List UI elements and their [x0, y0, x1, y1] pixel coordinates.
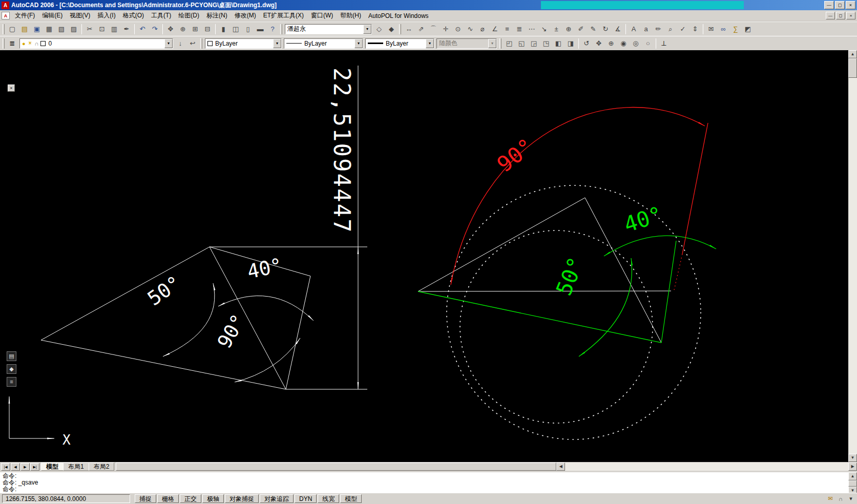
tab-scroll-prev[interactable]: ◀ — [11, 463, 20, 471]
zoom-previous-icon[interactable]: ⊟ — [201, 24, 214, 35]
menu-format[interactable]: 格式(O) — [119, 10, 148, 22]
plot-icon[interactable]: ▦ — [43, 24, 55, 35]
etransmit-icon[interactable]: ✉ — [705, 24, 717, 35]
qnew-icon[interactable]: ▢ — [6, 24, 18, 35]
layer-previous-icon[interactable]: ↩ — [186, 38, 199, 49]
find-replace-icon[interactable]: ⌕ — [664, 24, 677, 35]
color-combo-dropdown-button[interactable]: ▾ — [273, 39, 281, 48]
tab-scroll-first[interactable]: |◀ — [1, 463, 10, 471]
dim-jogged-icon[interactable]: ∿ — [464, 24, 476, 35]
dimension-update-icon[interactable]: ↻ — [599, 24, 612, 35]
dimension-edit-icon[interactable]: ✐ — [575, 24, 587, 35]
mdi-restore-button[interactable]: ◻ — [836, 12, 845, 19]
window-close-button[interactable]: × — [846, 1, 855, 9]
render-icon[interactable]: ◩ — [742, 24, 754, 35]
status-lwt[interactable]: 线宽 — [318, 494, 339, 503]
horizontal-scrollbar[interactable]: ◀ ▶ — [116, 463, 857, 471]
paste-icon[interactable]: ▥ — [108, 24, 120, 35]
menu-tools[interactable]: 工具(T) — [148, 10, 175, 22]
scroll-up-button[interactable]: ▲ — [848, 50, 857, 58]
mdi-close-button[interactable]: × — [846, 12, 855, 19]
publish-icon[interactable]: ▨ — [68, 24, 80, 35]
toolbar-grip[interactable] — [3, 24, 5, 34]
float-tool-icon-1[interactable]: ▤ — [7, 351, 16, 361]
toolbar-grip[interactable] — [3, 38, 5, 49]
spell-check-icon[interactable]: ✓ — [677, 24, 689, 35]
dim-ordinate-icon[interactable]: ✛ — [440, 24, 452, 35]
float-tool-icon-3[interactable]: ≡ — [7, 377, 16, 387]
center-mark-icon[interactable]: ⊕ — [562, 24, 575, 35]
scroll-right-button[interactable]: ▶ — [848, 463, 857, 471]
view-back-icon[interactable]: ◨ — [565, 38, 577, 49]
view-left-icon[interactable]: ◲ — [528, 38, 540, 49]
tool-palettes-icon[interactable]: ▯ — [242, 24, 254, 35]
dimension-style-icon[interactable]: ∡ — [612, 24, 624, 35]
menu-draw[interactable]: 绘图(D) — [175, 10, 203, 22]
dim-continue-icon[interactable]: ⋯ — [526, 24, 538, 35]
view-right-icon[interactable]: ◳ — [540, 38, 552, 49]
layer-combo-dropdown-button[interactable]: ▾ — [164, 39, 173, 48]
window-minimize-button[interactable]: — — [824, 1, 834, 9]
color-combo[interactable]: ByLayer ▾ — [205, 38, 282, 49]
float-toolbar-close-button[interactable]: × — [8, 85, 15, 92]
shade-icon[interactable]: ◉ — [617, 38, 630, 49]
status-model[interactable]: 模型 — [340, 494, 362, 503]
status-snap[interactable]: 捕捉 — [135, 494, 156, 503]
dim-linear-icon[interactable]: ↔ — [403, 24, 415, 35]
menu-autopol[interactable]: AutoPOL for Windows — [365, 11, 432, 21]
single-line-text-icon[interactable]: a — [640, 24, 652, 35]
status-ortho[interactable]: 正交 — [180, 494, 201, 503]
style-combo-dropdown-button[interactable]: ▾ — [363, 25, 371, 34]
open-icon[interactable]: ▤ — [18, 24, 31, 35]
dim-aligned-icon[interactable]: ⇗ — [415, 24, 427, 35]
cut-icon[interactable]: ✂ — [83, 24, 96, 35]
plotstyle-combo-dropdown-button[interactable]: ▾ — [488, 39, 496, 48]
layer-properties-manager-icon[interactable]: ≣ — [6, 38, 18, 49]
command-scrollbar[interactable]: ▲ ▼ — [848, 472, 857, 493]
scroll-down-button[interactable]: ▼ — [848, 454, 857, 462]
plot-preview-icon[interactable]: ▧ — [55, 24, 68, 35]
command-window[interactable]: 命令:命令: _qsave命令: ▲ ▼ — [0, 471, 857, 493]
layer-freeze-sun-icon[interactable]: ☀ — [28, 40, 33, 47]
sheetset-manager-icon[interactable]: ▬ — [254, 24, 266, 35]
dim-baseline-icon[interactable]: ≣ — [513, 24, 526, 35]
menu-modify[interactable]: 修改(M) — [231, 10, 260, 22]
layer-on-bulb-icon[interactable]: ● — [22, 40, 26, 47]
view-bottom-icon[interactable]: ◱ — [515, 38, 528, 49]
quickcalc-icon[interactable]: ∑ — [729, 24, 742, 35]
status-polar[interactable]: 极轴 — [202, 494, 224, 503]
menu-edit[interactable]: 编辑(E) — [38, 10, 66, 22]
mtext-icon[interactable]: A — [628, 24, 640, 35]
tab-scroll-last[interactable]: ▶| — [30, 463, 39, 471]
toolbar-grip[interactable] — [499, 38, 501, 49]
toolbar-grip[interactable] — [200, 38, 202, 49]
tab-layout1[interactable]: 布局1 — [63, 463, 89, 471]
menu-view[interactable]: 视图(V) — [66, 10, 94, 22]
designcenter-icon[interactable]: ◫ — [229, 24, 242, 35]
wireframe-icon[interactable]: ○ — [642, 38, 654, 49]
edit-text-icon[interactable]: ✏ — [652, 24, 664, 35]
drawing-area[interactable]: 22,51094447 50° 40° 90° 90° 40° 50° X × … — [0, 50, 848, 462]
tolerance-icon[interactable]: ± — [550, 24, 562, 35]
toolbar-lock-icon[interactable]: ∩ — [837, 495, 845, 503]
undo-icon[interactable]: ↶ — [136, 24, 149, 35]
dim-angular-icon[interactable]: ∠ — [489, 24, 501, 35]
properties-icon[interactable]: ▮ — [217, 24, 229, 35]
menu-window[interactable]: 窗口(W) — [307, 10, 337, 22]
command-history[interactable]: 命令:命令: _qsave命令: — [0, 472, 848, 493]
mdi-minimize-button[interactable]: — — [826, 12, 835, 19]
quick-leader-icon[interactable]: ↘ — [538, 24, 550, 35]
coordinate-display[interactable]: 1266.7155, 380.0844, 0.0000 — [2, 494, 130, 503]
command-scroll-up-button[interactable]: ▲ — [848, 472, 857, 480]
vertical-scrollbar[interactable]: ▲ ▼ — [848, 50, 857, 462]
vertical-scroll-thumb[interactable] — [848, 58, 857, 78]
scale-text-icon[interactable]: ⇕ — [689, 24, 701, 35]
command-scroll-thumb[interactable] — [848, 480, 857, 487]
status-dyn[interactable]: DYN — [295, 494, 317, 503]
menu-help[interactable]: 帮助(H) — [337, 10, 365, 22]
help-icon[interactable]: ? — [266, 24, 279, 35]
tab-model[interactable]: 模型 — [41, 463, 64, 471]
dimension-text-edit-icon[interactable]: ✎ — [587, 24, 599, 35]
make-block-icon[interactable]: ◆ — [385, 24, 398, 35]
toolbar-grip[interactable] — [280, 24, 282, 34]
